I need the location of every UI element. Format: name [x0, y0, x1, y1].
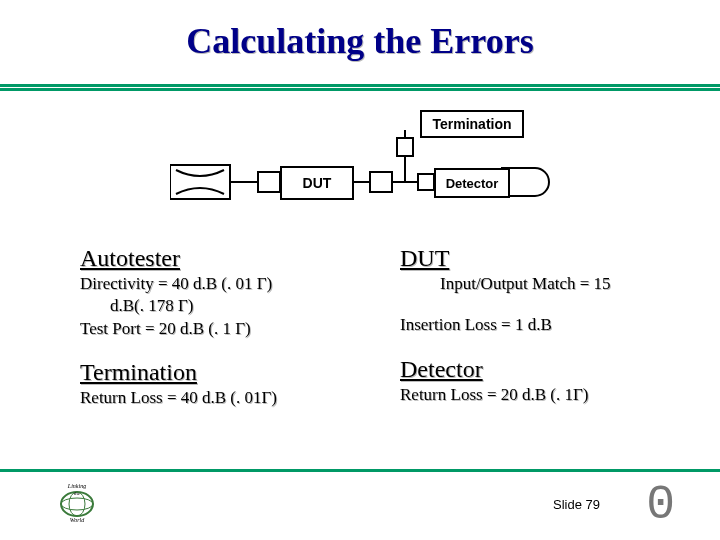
svg-text:World: World	[70, 517, 85, 522]
diagram-termination-label: Termination	[420, 110, 524, 138]
termination-heading: Termination	[80, 359, 340, 386]
svg-rect-0	[170, 165, 230, 199]
detector-heading: Detector	[400, 356, 660, 383]
page-title: Calculating the Errors	[0, 20, 720, 62]
detector-return-loss: Return Loss = 20 d.B (. 1Γ)	[400, 385, 660, 405]
dut-heading: DUT	[400, 245, 660, 272]
slide-number: Slide 79	[553, 497, 600, 512]
footer-divider	[0, 469, 720, 472]
dut-io-match: Input/Output Match = 15	[400, 274, 660, 294]
diagram-dut-label: DUT	[280, 166, 354, 200]
autotester-heading: Autotester	[80, 245, 340, 272]
svg-point-10	[61, 498, 93, 510]
svg-rect-6	[397, 138, 413, 156]
svg-rect-8	[418, 174, 434, 190]
diagram-detector-label: Detector	[434, 168, 510, 198]
svg-text:the: the	[74, 491, 81, 496]
autotester-test-port: Test Port = 20 d.B (. 1 Γ)	[80, 319, 340, 339]
left-column: Autotester Directivity = 40 d.B (. 01 Γ)…	[80, 245, 340, 411]
autotester-directivity: Directivity = 40 d.B (. 01 Γ)	[80, 274, 340, 294]
dut-insertion-loss: Insertion Loss = 1 d.B	[400, 315, 660, 335]
block-diagram: DUT Termination Detector	[170, 110, 570, 230]
title-divider	[0, 84, 720, 87]
corner-digit: 0	[646, 478, 675, 532]
right-column: DUT Input/Output Match = 15 Insertion Lo…	[400, 245, 660, 411]
svg-rect-2	[258, 172, 280, 192]
termination-return-loss: Return Loss = 40 d.B (. 01Γ)	[80, 388, 340, 408]
svg-rect-4	[370, 172, 392, 192]
svg-text:Linking: Linking	[67, 483, 86, 489]
spacer	[400, 296, 660, 313]
spec-columns: Autotester Directivity = 40 d.B (. 01 Γ)…	[80, 245, 660, 411]
autotester-directivity-sub: d.B(. 178 Γ)	[80, 296, 340, 316]
linking-world-logo: Linking the World	[55, 478, 99, 522]
